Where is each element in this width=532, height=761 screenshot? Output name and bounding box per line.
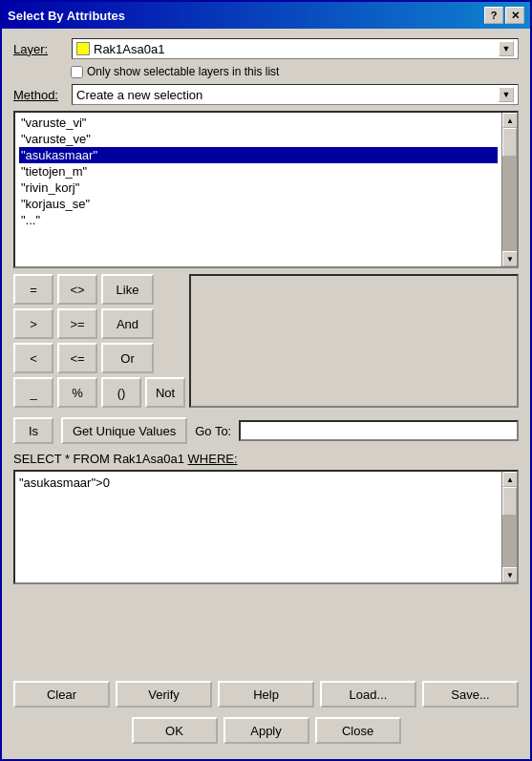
scroll-track	[502, 128, 517, 251]
bottom-buttons-row: Clear Verify Help Load... Save...	[13, 681, 519, 708]
get-unique-values-button[interactable]: Get Unique Values	[61, 417, 187, 444]
action-buttons-row: OK Apply Close	[13, 717, 519, 750]
list-item[interactable]: "varuste_ve"	[19, 131, 498, 147]
scroll-down-btn[interactable]: ▼	[502, 251, 518, 266]
layer-row: Layer: Rak1Asa0a1 ▼	[13, 38, 519, 59]
layer-dropdown-arrow[interactable]: ▼	[499, 41, 514, 56]
query-scroll-track	[502, 487, 517, 567]
list-item[interactable]: "tietojen_m"	[19, 163, 498, 180]
close-button[interactable]: Close	[315, 717, 401, 744]
checkbox-label: Only show selectable layers in this list	[87, 65, 279, 78]
query-box-wrapper: "asukasmaar">0 ▲ ▼	[13, 470, 519, 671]
dialog-content: Layer: Rak1Asa0a1 ▼ Only show selectable…	[2, 29, 530, 759]
percent-button[interactable]: %	[57, 377, 97, 408]
fields-scrollbar[interactable]: ▲ ▼	[501, 113, 517, 266]
help-button[interactable]: Help	[218, 681, 314, 708]
method-combobox[interactable]: Create a new selection ▼	[72, 84, 519, 105]
layer-icon	[76, 42, 90, 55]
op-row-2: > >= And	[13, 308, 185, 339]
less-equal-button[interactable]: <=	[57, 343, 97, 373]
query-value: "asukasmaar">0	[19, 476, 110, 490]
equals-button[interactable]: =	[13, 274, 53, 305]
layer-label: Layer:	[13, 42, 66, 56]
save-button[interactable]: Save...	[422, 681, 519, 708]
method-label: Method:	[13, 88, 66, 102]
list-item[interactable]: "korjaus_se"	[19, 196, 498, 212]
not-equals-button[interactable]: <>	[57, 274, 97, 305]
fields-list-inner: "varuste_vi" "varuste_ve" "asukasmaar" "…	[15, 113, 501, 230]
op-row-4: _ % () Not	[13, 377, 185, 408]
list-item[interactable]: "varuste_vi"	[19, 115, 498, 131]
underscore-button[interactable]: _	[13, 377, 53, 408]
query-scroll-down[interactable]: ▼	[502, 567, 518, 582]
query-scroll-thumb[interactable]	[502, 487, 517, 516]
scroll-thumb[interactable]	[502, 128, 517, 157]
query-area: SELECT * FROM Rak1Asa0a1 WHERE: "asukasm…	[13, 450, 519, 671]
selectable-layers-checkbox[interactable]	[71, 66, 83, 78]
goto-input[interactable]	[239, 420, 519, 441]
layer-combobox[interactable]: Rak1Asa0a1 ▼	[72, 38, 519, 59]
help-title-button[interactable]: ?	[484, 7, 503, 24]
is-row: Is Get Unique Values Go To:	[13, 417, 519, 444]
goto-label: Go To:	[195, 424, 231, 438]
apply-button[interactable]: Apply	[223, 717, 309, 744]
operators-section: = <> Like > >= And < <= Or _	[13, 274, 519, 408]
parens-button[interactable]: ()	[101, 377, 141, 408]
and-button[interactable]: And	[101, 308, 154, 339]
query-where: WHERE:	[188, 452, 238, 466]
checkbox-row: Only show selectable layers in this list	[71, 65, 519, 78]
query-scrollbar[interactable]: ▲ ▼	[501, 472, 517, 582]
ok-button[interactable]: OK	[132, 717, 218, 744]
load-button[interactable]: Load...	[320, 681, 416, 708]
less-button[interactable]: <	[13, 343, 53, 373]
greater-button[interactable]: >	[13, 308, 53, 339]
scroll-up-btn[interactable]: ▲	[502, 113, 518, 128]
window-title: Select By Attributes	[8, 9, 125, 23]
query-textbox[interactable]: "asukasmaar">0 ▲ ▼	[13, 470, 519, 584]
fields-listbox[interactable]: "varuste_vi" "varuste_ve" "asukasmaar" "…	[13, 111, 519, 268]
verify-button[interactable]: Verify	[116, 681, 212, 708]
op-row-3: < <= Or	[13, 343, 185, 373]
or-button[interactable]: Or	[101, 343, 154, 373]
is-button[interactable]: Is	[13, 417, 53, 444]
layer-value: Rak1Asa0a1	[94, 42, 499, 56]
method-dropdown-arrow[interactable]: ▼	[499, 87, 514, 102]
title-bar-buttons: ? ✕	[484, 7, 524, 24]
list-item[interactable]: "asukasmaar"	[19, 147, 498, 163]
query-prefix: SELECT * FROM Rak1Asa0a1	[13, 452, 188, 466]
greater-equal-button[interactable]: >=	[57, 308, 97, 339]
list-item[interactable]: "..."	[19, 212, 498, 228]
close-title-button[interactable]: ✕	[505, 7, 524, 24]
operators-grid: = <> Like > >= And < <= Or _	[13, 274, 185, 408]
not-button[interactable]: Not	[145, 377, 185, 408]
values-panel	[189, 274, 519, 408]
title-bar: Select By Attributes ? ✕	[2, 2, 530, 29]
method-row: Method: Create a new selection ▼	[13, 84, 519, 105]
query-label: SELECT * FROM Rak1Asa0a1 WHERE:	[13, 452, 519, 466]
list-item[interactable]: "rivin_korj"	[19, 180, 498, 196]
select-by-attributes-window: Select By Attributes ? ✕ Layer: Rak1Asa0…	[0, 0, 532, 761]
query-scroll-up[interactable]: ▲	[502, 472, 518, 487]
like-button[interactable]: Like	[101, 274, 154, 305]
op-row-1: = <> Like	[13, 274, 185, 305]
method-value: Create a new selection	[76, 88, 499, 102]
clear-button[interactable]: Clear	[13, 681, 110, 708]
